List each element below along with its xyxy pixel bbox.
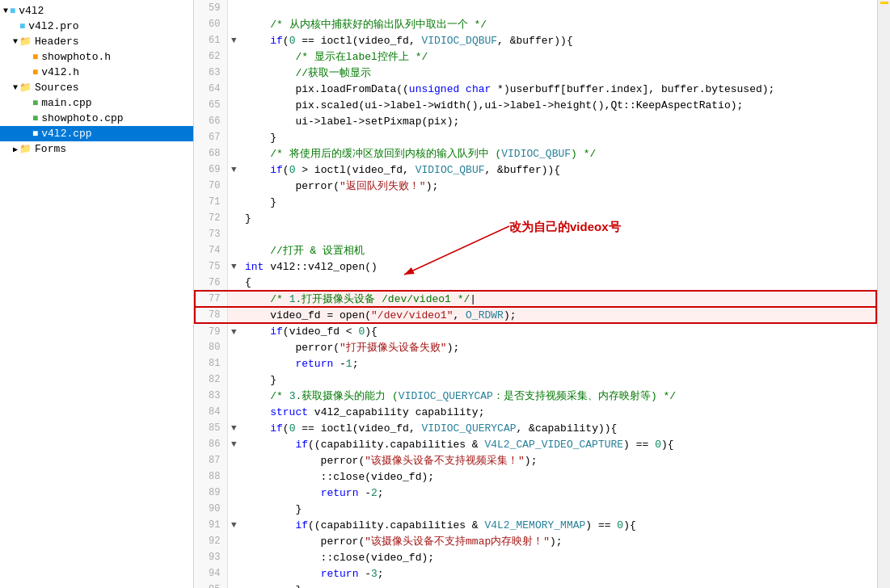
fold-arrow[interactable] [227, 485, 240, 501]
fold-arrow[interactable] [227, 65, 240, 81]
code-content: ::close(video_fd); [240, 468, 876, 485]
code-line-70: 70 perror("返回队列失败！"); [195, 178, 876, 194]
code-content: if((capability.capabilities & V4L2_CAP_V… [240, 436, 876, 452]
line-number: 60 [195, 16, 227, 32]
tree-item-root[interactable]: ▼ ■ v4l2 [0, 3, 193, 19]
fold-arrow[interactable] [227, 468, 240, 485]
code-content: return -2; [240, 485, 876, 501]
code-content: pix.loadFromData((unsigned char *)userbu… [240, 81, 876, 97]
code-line-60: 60 /* 从内核中捕获好的输出队列中取出一个 */ [195, 16, 876, 32]
line-number: 80 [195, 339, 227, 355]
code-content: ui->label->setPixmap(pix); [240, 113, 876, 129]
file-tree[interactable]: ▼ ■ v4l2 ▶ ■ v4l2.pro ▼ 📁 Headers ▶ ■ sh… [0, 0, 194, 588]
code-content: { [240, 275, 876, 291]
fold-arrow[interactable] [227, 582, 240, 588]
fold-arrow[interactable] [227, 16, 240, 32]
line-number: 86 [195, 436, 227, 452]
code-line-87: 87 perror("该摄像头设备不支持视频采集！"); [195, 452, 876, 468]
code-line-94: 94 return -3; [195, 565, 876, 582]
fold-arrow[interactable] [227, 565, 240, 582]
fold-arrow[interactable] [227, 48, 240, 65]
fold-arrow[interactable] [227, 388, 240, 404]
line-number: 77 [195, 291, 227, 307]
code-content: if(video_fd < 0){ [240, 323, 876, 339]
tree-item-headers[interactable]: ▼ 📁 Headers [0, 34, 193, 49]
line-number: 94 [195, 565, 227, 582]
fold-arrow[interactable] [227, 81, 240, 97]
code-line-73: 73 [195, 226, 876, 242]
tree-label-headers: Headers [35, 36, 79, 48]
line-number: 81 [195, 355, 227, 372]
fold-arrow[interactable] [227, 129, 240, 145]
tree-item-showphoto-h[interactable]: ▶ ■ showphoto.h [0, 49, 193, 65]
code-content: ::close(video_fd); [240, 549, 876, 565]
fold-arrow[interactable] [227, 549, 240, 565]
line-number: 66 [195, 113, 227, 129]
fold-arrow[interactable] [227, 97, 240, 113]
line-number: 84 [195, 404, 227, 420]
fold-arrow[interactable] [227, 275, 240, 291]
tree-item-main-cpp[interactable]: ▶ ■ main.cpp [0, 95, 193, 111]
code-content: if(0 > ioctl(video_fd, VIDIOC_QBUF, &buf… [240, 162, 876, 178]
fold-arrow[interactable]: ▼ [227, 323, 240, 339]
code-table: 5960 /* 从内核中捕获好的输出队列中取出一个 */61▼ if(0 == … [194, 0, 877, 588]
code-editor[interactable]: 改为自己的videox号 5960 /* 从内核中捕获好的输出队列中取出一个 *… [194, 0, 877, 588]
fold-arrow[interactable] [227, 307, 240, 323]
tree-item-v4l2pro[interactable]: ▶ ■ v4l2.pro [0, 19, 193, 34]
tree-item-v4l2-h[interactable]: ▶ ■ v4l2.h [0, 65, 193, 80]
fold-arrow[interactable] [227, 501, 240, 517]
code-line-84: 84 struct v4l2_capability capability; [195, 404, 876, 420]
fold-arrow[interactable] [227, 145, 240, 162]
folder-icon-headers: 📁 [19, 36, 32, 48]
line-number: 62 [195, 48, 227, 65]
fold-arrow[interactable] [227, 194, 240, 210]
code-content: } [240, 129, 876, 145]
fold-arrow[interactable]: ▼ [227, 162, 240, 178]
fold-arrow[interactable] [227, 339, 240, 355]
fold-arrow[interactable] [227, 372, 240, 388]
tree-item-v4l2-cpp[interactable]: ▶ ■ v4l2.cpp [0, 126, 193, 141]
code-line-85: 85▼ if(0 == ioctl(video_fd, VIDIOC_QUERY… [195, 420, 876, 436]
fold-arrow[interactable] [227, 0, 240, 16]
fold-arrow[interactable] [227, 226, 240, 242]
fold-arrow[interactable] [227, 210, 240, 226]
code-content: return -3; [240, 565, 876, 582]
project-icon: ■ [10, 6, 15, 17]
fold-arrow[interactable] [227, 404, 240, 420]
fold-arrow[interactable] [227, 355, 240, 372]
fold-arrow[interactable] [227, 291, 240, 307]
fold-arrow[interactable]: ▼ [227, 258, 240, 275]
tree-label-forms: Forms [35, 143, 66, 155]
code-line-69: 69▼ if(0 > ioctl(video_fd, VIDIOC_QBUF, … [195, 162, 876, 178]
tree-item-showphoto-cpp[interactable]: ▶ ■ showphoto.cpp [0, 111, 193, 126]
fold-arrow[interactable]: ▼ [227, 436, 240, 452]
fold-arrow[interactable] [227, 113, 240, 129]
fold-arrow[interactable] [227, 242, 240, 258]
line-number: 95 [195, 582, 227, 588]
line-number: 78 [195, 307, 227, 323]
tree-item-forms[interactable]: ▶ 📁 Forms [0, 141, 193, 157]
code-line-82: 82 } [195, 372, 876, 388]
fold-arrow[interactable] [227, 178, 240, 194]
fold-arrow[interactable] [227, 452, 240, 468]
line-number: 85 [195, 420, 227, 436]
tree-label-main-cpp: main.cpp [41, 97, 91, 109]
folder-icon-sources: 📁 [19, 82, 32, 94]
fold-arrow[interactable] [227, 533, 240, 549]
fold-arrow[interactable]: ▼ [227, 517, 240, 533]
tree-item-sources[interactable]: ▼ 📁 Sources [0, 80, 193, 95]
fold-arrow[interactable]: ▼ [227, 32, 240, 48]
code-content: /* 3.获取摄像头的能力 (VIDIOC_QUERYCAP：是否支持视频采集、… [240, 388, 876, 404]
code-line-88: 88 ::close(video_fd); [195, 468, 876, 485]
fold-arrow[interactable]: ▼ [227, 420, 240, 436]
code-line-76: 76{ [195, 275, 876, 291]
code-line-79: 79▼ if(video_fd < 0){ [195, 323, 876, 339]
code-content: } [240, 372, 876, 388]
scroll-marker-1 [880, 2, 888, 4]
cpp-file-icon-3: ■ [32, 128, 38, 140]
line-number: 93 [195, 549, 227, 565]
code-line-74: 74 //打开 & 设置相机 [195, 242, 876, 258]
code-content: perror("该摄像头设备不支持mmap内存映射！"); [240, 533, 876, 549]
line-number: 82 [195, 372, 227, 388]
code-content: if((capability.capabilities & V4L2_MEMOR… [240, 517, 876, 533]
